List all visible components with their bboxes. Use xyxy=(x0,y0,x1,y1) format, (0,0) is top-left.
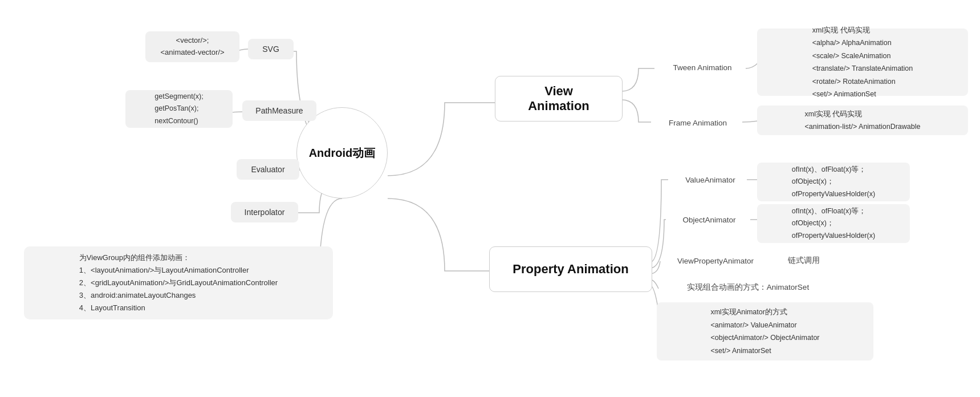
pathmeasure-content: getSegment(x); getPosTan(x); nextContour… xyxy=(125,90,233,128)
view-animation-node: View Animation xyxy=(495,76,623,121)
value-animator-box: ofInt(x)、ofFloat(x)等； ofObject(x)； ofPro… xyxy=(757,163,910,201)
interpolator-label: Interpolator xyxy=(231,202,298,222)
animator-set-line: 实现组合动画的方式：AnimatorSet xyxy=(657,279,839,295)
value-animator-label: ValueAnimator xyxy=(668,170,753,189)
tween-animation-box: xml实现 代码实现 <alpha/> AlphaAnimation <scal… xyxy=(757,29,968,96)
frame-animation-label: Frame Animation xyxy=(650,112,746,133)
layout-animation-box: 为ViewGroup内的组件添加动画： 1、<layoutAnimation/>… xyxy=(24,246,333,319)
center-node: Android动画 xyxy=(296,107,388,198)
property-animation-node: Property Animation xyxy=(489,246,652,292)
xml-animator-box: xml实现Animator的方式 <animator/> ValueAnimat… xyxy=(657,302,873,360)
frame-animation-box: xml实现 代码实现 <animation-list/> AnimationDr… xyxy=(757,106,968,135)
tween-animation-label: Tween Animation xyxy=(654,57,750,78)
view-property-animator-label: ViewPropertyAnimator xyxy=(658,252,772,270)
svg-label: SVG xyxy=(248,39,294,59)
chain-call-label: 链式调用 xyxy=(781,252,827,270)
object-animator-label: ObjectAnimator xyxy=(664,210,754,229)
evaluator-label: Evaluator xyxy=(237,159,299,180)
vector-node: <vector/>; <animated-vector/> xyxy=(145,31,239,62)
pathmeasure-label: PathMeasure xyxy=(242,100,316,121)
object-animator-box: ofInt(x)、ofFloat(x)等； ofObject(x)； ofPro… xyxy=(757,204,910,243)
